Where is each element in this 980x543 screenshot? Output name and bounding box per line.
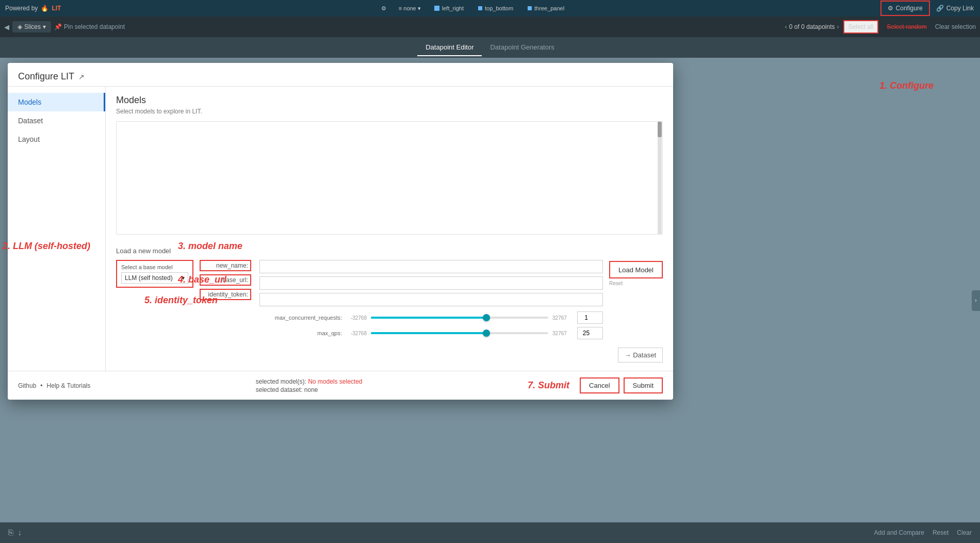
add-compare-btn[interactable]: Add and Compare: [874, 529, 924, 536]
powered-by-section: Powered by 🔥 LIT: [0, 5, 66, 12]
slices-label: Slices: [24, 23, 41, 30]
base-url-row: base_url:: [200, 274, 251, 286]
dialog-sidebar: Models Dataset Layout: [8, 87, 106, 371]
configure-dialog: Configure LIT ↗ Models Dataset Layout Mo…: [8, 63, 673, 400]
max-qps-thumb[interactable]: [483, 330, 490, 337]
selected-models-status: selected model(s): No models selected: [256, 378, 363, 385]
tab-datapoint-generators[interactable]: Datapoint Generators: [482, 39, 562, 56]
base-model-select[interactable]: LLM (self hosted) ▾: [121, 272, 188, 284]
configure-button[interactable]: ⚙ Configure: [880, 1, 930, 16]
tabs-bar: Datapoint Editor Datapoint Generators: [0, 37, 980, 58]
none-layout-btn[interactable]: ≡ none ▾: [396, 4, 424, 13]
settings-icon: ⚙: [381, 5, 386, 12]
sidebar-item-dataset[interactable]: Dataset: [8, 111, 105, 130]
clear-selection-button[interactable]: Clear selection: [935, 23, 976, 30]
load-model-label: Load a new model: [116, 247, 663, 255]
three-panel-btn[interactable]: three_panel: [524, 4, 568, 12]
base-model-select-group: Select a base model LLM (self hosted) ▾: [116, 260, 193, 288]
copy-icon[interactable]: ⎘: [8, 528, 13, 537]
toolbar2: ◀ ◈ Slices ▾ 📌 Pin selected datapoint ‹ …: [0, 17, 980, 37]
dialog-body: Models Dataset Layout Models Select mode…: [8, 87, 673, 371]
dialog-content: Models Select models to explore in LIT. …: [106, 87, 673, 371]
none-layout-label: ≡ none ▾: [399, 5, 421, 12]
base-url-input[interactable]: [259, 276, 603, 290]
copy-link-label: Copy Link: [946, 5, 974, 12]
load-model-section: Load a new model Select a base model LLM…: [116, 243, 663, 339]
models-list-scrollbar[interactable]: [658, 122, 662, 234]
next-datapoint[interactable]: ›: [837, 23, 839, 30]
max-concurrent-number: 1: [577, 311, 603, 324]
external-link-icon[interactable]: ↗: [78, 73, 85, 81]
expand-icon: ›: [975, 298, 976, 303]
pin-button[interactable]: 📌 Pin selected datapoint: [54, 23, 125, 30]
content-title: Models: [116, 95, 663, 106]
select-random-button[interactable]: Select random: [883, 21, 930, 32]
slices-button[interactable]: ◈ Slices ▾: [12, 21, 51, 32]
slices-chevron: ▾: [43, 23, 46, 30]
tab-datapoint-editor[interactable]: Datapoint Editor: [417, 39, 482, 56]
prev-datapoint[interactable]: ‹: [785, 23, 787, 30]
max-qps-min: -32768: [346, 331, 367, 336]
selected-dataset-status: selected dataset: none: [256, 386, 363, 393]
slices-icon: ◈: [18, 23, 22, 30]
link-icon: 🔗: [936, 5, 944, 12]
left-right-btn[interactable]: left_right: [430, 4, 468, 12]
dataset-nav-button[interactable]: → Dataset: [618, 348, 663, 363]
top-bottom-btn[interactable]: top_bottom: [474, 4, 517, 12]
github-link[interactable]: Github: [18, 382, 36, 389]
dataset-value: none: [304, 386, 318, 393]
top-bottom-icon: [478, 6, 482, 10]
large-inputs-area: max_concurrent_requests: -32768 32767: [259, 260, 603, 339]
identity-token-input[interactable]: [259, 293, 603, 306]
main-area: 1. Configure Configure LIT ↗ Models Data…: [0, 58, 980, 543]
toolbar2-right: ‹ 0 of 0 datapoints › Select all Select …: [785, 20, 976, 34]
clear-btn[interactable]: Clear: [957, 529, 972, 536]
sidebar-item-models[interactable]: Models: [8, 93, 105, 111]
configure-annotation: 1. Configure: [879, 80, 934, 91]
new-name-input[interactable]: [259, 260, 603, 273]
max-concurrent-slider-wrapper: [371, 312, 548, 323]
max-qps-label: max_qps:: [259, 330, 342, 336]
submit-button[interactable]: Submit: [624, 377, 663, 393]
chevron-down-icon: ▾: [182, 274, 185, 282]
select-all-button[interactable]: Select all: [843, 20, 879, 34]
lit-label: LIT: [52, 5, 61, 12]
max-concurrent-input[interactable]: 1: [578, 314, 602, 321]
new-name-label: new_name:: [200, 260, 251, 271]
expand-panel-button[interactable]: ›: [972, 290, 980, 311]
max-concurrent-fill: [371, 317, 486, 319]
reset-btn[interactable]: Reset: [933, 529, 949, 536]
help-link[interactable]: Help & Tutorials: [47, 382, 91, 389]
copy-link-button[interactable]: 🔗 Copy Link: [930, 2, 980, 15]
sidebar-item-layout[interactable]: Layout: [8, 130, 105, 149]
three-panel-icon: [528, 6, 532, 10]
fields-group: new_name: base_url: identity_token:: [200, 260, 251, 300]
max-concurrent-thumb[interactable]: [483, 314, 490, 321]
scrollbar-thumb: [658, 122, 662, 137]
settings-icon-btn[interactable]: ⚙: [378, 4, 389, 13]
identity-token-label: identity_token:: [200, 289, 251, 300]
identity-token-input-row: [259, 293, 603, 306]
dialog-footer: Github • Help & Tutorials selected model…: [8, 371, 673, 400]
bottom-bar: ⎘ ↓ Add and Compare Reset Clear: [0, 522, 980, 543]
cancel-button[interactable]: Cancel: [580, 377, 619, 393]
top-bar: Powered by 🔥 LIT ⚙ ≡ none ▾ left_right t…: [0, 0, 980, 17]
download-icon[interactable]: ↓: [18, 528, 22, 537]
submit-annotation: 7. Submit: [528, 380, 569, 391]
dialog-header: Configure LIT ↗: [8, 63, 673, 87]
left-right-label: left_right: [442, 5, 464, 11]
max-qps-input[interactable]: 25: [578, 330, 602, 337]
toolbar2-left: ◀ ◈ Slices ▾ 📌 Pin selected datapoint: [4, 21, 125, 32]
max-concurrent-label: max_concurrent_requests:: [259, 315, 342, 321]
pin-label: Pin selected datapoint: [64, 23, 125, 30]
model-form-row: Select a base model LLM (self hosted) ▾ …: [116, 260, 663, 339]
max-qps-track: [371, 332, 548, 334]
footer-actions: 7. Submit Cancel Submit: [528, 377, 663, 393]
base-model-select-label: Select a base model: [121, 264, 188, 270]
max-qps-row: max_qps: -32768 32767: [259, 327, 603, 339]
footer-separator: •: [40, 382, 42, 389]
three-panel-label: three_panel: [534, 5, 564, 11]
load-model-button[interactable]: Load Model: [609, 261, 663, 278]
left-right-icon: [434, 6, 439, 11]
max-concurrent-track: [371, 317, 548, 319]
